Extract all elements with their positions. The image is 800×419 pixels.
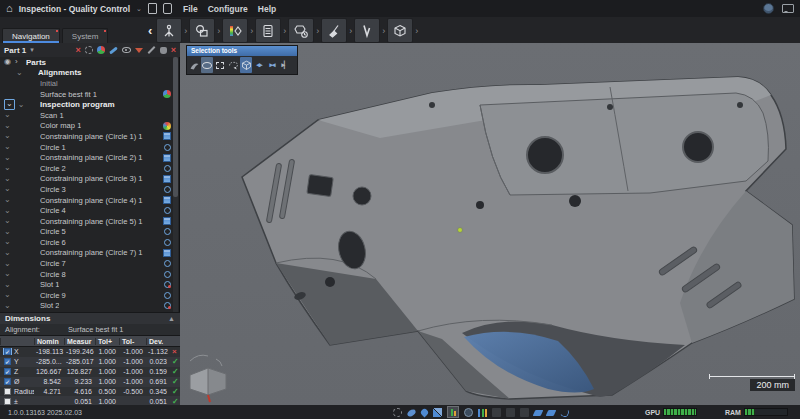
chevron-right-icon[interactable]: › bbox=[282, 26, 287, 36]
tree-row[interactable]: Circle 7 bbox=[0, 258, 180, 269]
dimension-row[interactable]: Y -285.0... -285.017 1.000 -1.000 0.023 bbox=[0, 357, 180, 367]
tree-state-icon[interactable] bbox=[4, 207, 16, 215]
chevron-right-icon[interactable]: › bbox=[315, 26, 320, 36]
brush-select-button[interactable] bbox=[188, 57, 200, 73]
orientation-widget[interactable] bbox=[190, 355, 226, 402]
tree-state-icon[interactable] bbox=[4, 260, 16, 268]
chevron-right-icon[interactable]: › bbox=[348, 26, 353, 36]
tree-row[interactable]: Slot 2 bbox=[0, 301, 180, 312]
tree-row[interactable]: Circle 1 bbox=[0, 142, 180, 153]
end-selection-button[interactable]: ▸▏ bbox=[279, 57, 291, 73]
dimensions-header[interactable]: Dimensions ▲ bbox=[0, 313, 180, 324]
panel-tab[interactable]: System bbox=[62, 28, 109, 43]
chevron-right-icon[interactable]: › bbox=[381, 26, 386, 36]
tree-row[interactable]: Constraining plane (Circle 7) 1 bbox=[0, 248, 180, 259]
tree-row[interactable]: Scan 1 bbox=[0, 110, 180, 121]
flange-icon[interactable] bbox=[546, 410, 557, 416]
tree-state-icon[interactable] bbox=[4, 143, 16, 151]
snapshot-icon[interactable] bbox=[492, 408, 501, 417]
dimension-checkbox[interactable] bbox=[0, 398, 12, 405]
tree-row[interactable]: Circle 3 bbox=[0, 184, 180, 195]
close-x-icon[interactable]: × bbox=[171, 46, 176, 54]
column-tol-plus[interactable]: Tol+ bbox=[95, 338, 119, 345]
filter-funnel-icon[interactable] bbox=[135, 48, 143, 53]
gear-icon[interactable] bbox=[85, 46, 93, 54]
menu-item[interactable]: Configure bbox=[203, 4, 253, 14]
dimension-checkbox[interactable] bbox=[0, 388, 12, 395]
chevron-right-icon[interactable]: › bbox=[414, 26, 419, 36]
tree-row[interactable]: Initial bbox=[0, 78, 180, 89]
scrollbar-thumb[interactable] bbox=[173, 57, 178, 197]
compare-icon[interactable] bbox=[433, 408, 442, 417]
tree-row[interactable]: Inspection program bbox=[0, 99, 180, 110]
settings-gear-icon[interactable] bbox=[393, 408, 402, 417]
tree-state-icon[interactable] bbox=[4, 111, 16, 119]
mesh-icon[interactable] bbox=[420, 407, 430, 417]
column-tol-minus[interactable]: Tol- bbox=[119, 338, 146, 345]
dimension-row[interactable]: Ø 8.542 9.233 1.000 -1.000 0.691 bbox=[0, 377, 180, 387]
tree-row[interactable]: Circle 4 bbox=[0, 205, 180, 216]
tree-row[interactable]: Constraining plane (Circle 2) 1 bbox=[0, 152, 180, 163]
tree-row[interactable]: Circle 9 bbox=[0, 290, 180, 301]
alignment-tripod-button[interactable] bbox=[156, 18, 182, 43]
pan-hand-icon[interactable] bbox=[160, 47, 167, 54]
part-dropdown-caret[interactable]: ▾ bbox=[30, 46, 34, 54]
align-triad-icon[interactable] bbox=[97, 46, 105, 54]
rectangle-select-button[interactable] bbox=[214, 57, 226, 73]
title-dropdown-caret[interactable]: ⌄ bbox=[136, 5, 142, 13]
web-icon[interactable] bbox=[464, 408, 473, 417]
tree-state-icon[interactable] bbox=[4, 69, 26, 77]
dimension-row[interactable]: Radius 4.271 4.616 0.500 -0.500 0.345 bbox=[0, 387, 180, 397]
home-icon[interactable]: ⌂ bbox=[6, 3, 13, 14]
wing-icon[interactable] bbox=[533, 410, 544, 416]
tree-state-icon[interactable] bbox=[4, 164, 16, 172]
tree-state-icon[interactable] bbox=[4, 291, 16, 299]
volume-select-button[interactable] bbox=[240, 57, 252, 73]
menu-item[interactable]: File bbox=[178, 4, 203, 14]
part-selector[interactable]: Part 1 bbox=[4, 46, 26, 55]
scene-cube-button[interactable] bbox=[387, 18, 413, 43]
column-nominal[interactable]: Nomin bbox=[34, 338, 64, 345]
dimension-checkbox[interactable] bbox=[0, 378, 12, 385]
tree-state-icon[interactable] bbox=[4, 217, 16, 225]
tree-row[interactable]: Constraining plane (Circle 5) 1 bbox=[0, 216, 180, 227]
tree-state-icon[interactable] bbox=[4, 122, 16, 130]
tree-state-icon[interactable] bbox=[4, 132, 16, 140]
chevron-right-icon[interactable]: › bbox=[183, 26, 188, 36]
tree-row[interactable]: Parts bbox=[0, 57, 180, 68]
tree-row[interactable]: Color map 1 bbox=[0, 121, 180, 132]
selection-tools-title[interactable]: Selection tools bbox=[187, 46, 297, 56]
curve-icon[interactable] bbox=[559, 406, 570, 417]
ellipse-select-button[interactable] bbox=[201, 57, 213, 73]
tree-state-icon[interactable] bbox=[4, 185, 16, 193]
brush-icon[interactable] bbox=[109, 46, 118, 54]
tree-row[interactable]: Constraining plane (Circle 1) 1 bbox=[0, 131, 180, 142]
tree-state-icon[interactable] bbox=[4, 228, 16, 236]
menu-item[interactable]: Help bbox=[253, 4, 281, 14]
dimension-row[interactable]: X -198.113 -199.246 1.000 -1.000 -1.132 bbox=[0, 347, 180, 357]
tree-state-icon[interactable] bbox=[4, 238, 16, 246]
geometry-shapes-button[interactable] bbox=[189, 18, 215, 43]
tree-state-icon[interactable] bbox=[4, 154, 16, 162]
column-deviation[interactable]: Dev. bbox=[146, 338, 170, 345]
tree-state-icon[interactable] bbox=[4, 58, 26, 66]
dimension-checkbox[interactable] bbox=[0, 348, 12, 355]
new-document-icon[interactable] bbox=[148, 3, 157, 14]
tree-state-icon[interactable] bbox=[4, 175, 16, 183]
tree-row[interactable]: Circle 2 bbox=[0, 163, 180, 174]
tree-row[interactable]: Circle 5 bbox=[0, 227, 180, 238]
feedback-icon[interactable] bbox=[782, 4, 794, 13]
collapse-panel-icon[interactable]: ▲ bbox=[168, 315, 175, 322]
alignment-value[interactable]: Surface best fit 1 bbox=[68, 325, 123, 334]
shrink-selection-button[interactable]: ▸◂ bbox=[266, 57, 278, 73]
report-table-button[interactable] bbox=[255, 18, 281, 43]
delete-x-icon[interactable]: × bbox=[75, 46, 80, 54]
clipping-icon[interactable] bbox=[506, 408, 515, 417]
tree-row[interactable]: Circle 8 bbox=[0, 269, 180, 280]
surface-fit-icon[interactable] bbox=[406, 409, 417, 418]
tree-state-icon[interactable] bbox=[4, 196, 16, 204]
selection-tools-palette[interactable]: Selection tools ◂▸ ▸◂ ▸▏ bbox=[186, 45, 298, 75]
tree-row[interactable]: Constraining plane (Circle 3) 1 bbox=[0, 174, 180, 185]
tree-state-icon[interactable] bbox=[4, 281, 16, 289]
tree-row[interactable]: Surface best fit 1 bbox=[0, 89, 180, 100]
